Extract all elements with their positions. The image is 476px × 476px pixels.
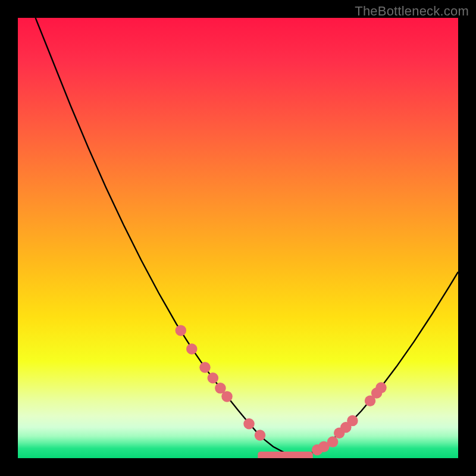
marker-dot [186, 343, 198, 355]
marker-dot [375, 382, 387, 393]
watermark-text: TheBottleneck.com [355, 4, 469, 19]
marker-dot [347, 415, 358, 427]
curve-layer [18, 18, 458, 458]
plot-area [18, 18, 458, 458]
marker-dot [176, 325, 187, 336]
marker-dot [255, 430, 266, 441]
marker-dot [327, 436, 339, 447]
chart-frame: TheBottleneck.com [0, 0, 476, 476]
marker-dot [221, 391, 233, 402]
marker-dot [243, 418, 255, 430]
marker-dot [208, 372, 219, 384]
bottleneck-curve [36, 18, 458, 456]
bottom-band [258, 452, 313, 458]
curve-markers [176, 325, 387, 455]
marker-dot [199, 362, 211, 373]
